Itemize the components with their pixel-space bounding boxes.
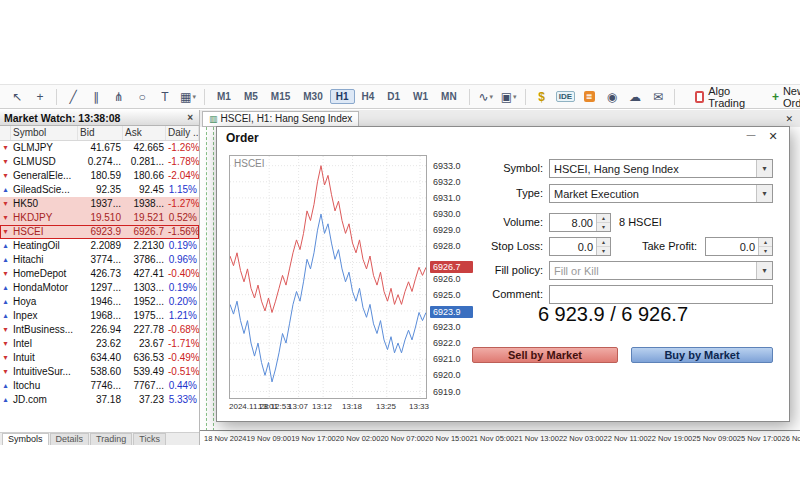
market-watch-row-gileadscie[interactable]: ▴GileadScie...92.3592.451.15% [0, 183, 199, 197]
daily-change: 0.19% [166, 239, 199, 253]
close-icon[interactable]: × [185, 112, 195, 123]
daily-change: 1.21% [166, 309, 199, 323]
tick-chart-time-axis: 2024.11.28 12:5313:0113:0713:1213:1813:2… [229, 402, 425, 414]
fill-policy-select[interactable]: Fill or Kill ▾ [549, 261, 773, 280]
crosshair-icon[interactable]: + [29, 87, 51, 107]
take-profit-spinner[interactable]: ▴▾ [758, 238, 772, 255]
calendar-icon[interactable]: ≣ [578, 87, 600, 107]
ask-value: 636.53 [123, 351, 166, 365]
order-type-select[interactable]: Market Execution ▾ [549, 184, 773, 203]
chevron-down-icon[interactable]: ▾ [756, 185, 772, 202]
market-watch-row-hkdjpy[interactable]: ▾HKDJPY19.51019.5210.52% [0, 211, 199, 225]
daily-change: 5.33% [166, 393, 199, 407]
take-profit-input[interactable]: 0.0 ▴▾ [705, 237, 773, 256]
market-watch-row-jdcom[interactable]: ▴JD.com37.1837.235.33% [0, 393, 199, 407]
tick-time-label: 13:07 [288, 402, 308, 411]
market-watch-row-intel[interactable]: ▾Intel23.6223.67-1.71% [0, 337, 199, 351]
pitchfork-icon[interactable]: ⋔ [108, 87, 130, 107]
chevron-down-icon: ▾ [192, 93, 196, 101]
market-icon[interactable]: $ [531, 87, 553, 107]
new-order-button[interactable]: + New Order [764, 82, 800, 112]
timeframe-m5[interactable]: M5 [238, 89, 264, 104]
market-watch-row-intuitivesur[interactable]: ▾IntuitiveSur...538.60539.49-0.51% [0, 365, 199, 379]
close-icon[interactable]: ✕ [785, 114, 793, 124]
algo-trading-toggle[interactable]: Algo Trading [687, 82, 756, 112]
fill-policy-label: Fill policy: [453, 264, 543, 276]
market-watch-tab-symbols[interactable]: Symbols [2, 433, 49, 445]
order-dialog-titlebar[interactable]: Order [217, 127, 789, 149]
indicators-icon[interactable]: ∿▾ [475, 87, 497, 107]
cursor-icon[interactable]: ↖ [6, 87, 28, 107]
column-header-daily[interactable]: Daily ... [166, 126, 199, 140]
market-watch-tab-trading[interactable]: Trading [90, 433, 132, 445]
ide-icon[interactable]: IDE [554, 87, 577, 107]
text-icon[interactable]: T [154, 87, 176, 107]
market-watch-row-glmjpy[interactable]: ▾GLMJPY41.67542.665-1.26% [0, 141, 199, 155]
close-icon[interactable]: ✕ [765, 130, 781, 143]
market-watch-row-intbusiness[interactable]: ▾IntBusiness...226.94227.78-0.68% [0, 323, 199, 337]
chevron-down-icon[interactable]: ▾ [756, 160, 772, 177]
volume-label: Volume: [453, 216, 543, 228]
market-watch-row-hondamotor[interactable]: ▴HondaMotor1297...1303...0.19% [0, 281, 199, 295]
market-watch-tabs: SymbolsDetailsTradingTicks [0, 432, 199, 445]
sell-by-market-button[interactable]: Sell by Market [472, 347, 618, 363]
market-watch-row-hscei[interactable]: ▾HSCEI6923.96926.7-1.56% [0, 225, 199, 239]
symbol-name: GLMUSD [11, 155, 78, 169]
minimize-icon[interactable]: — [743, 130, 759, 140]
bid-value: 538.60 [78, 365, 123, 379]
market-watch-row-inpex[interactable]: ▴Inpex1968...1975...1.21% [0, 309, 199, 323]
column-header-bid[interactable]: Bid [78, 126, 123, 140]
market-watch-tab-ticks[interactable]: Ticks [133, 433, 166, 445]
market-watch-row-hoya[interactable]: ▴Hoya1946...1952...0.20% [0, 295, 199, 309]
timeframe-w1[interactable]: W1 [407, 89, 434, 104]
time-axis-label: 18 Nov 2024 [204, 434, 247, 443]
timeframe-m30[interactable]: M30 [297, 89, 328, 104]
comment-input[interactable] [549, 285, 773, 304]
column-header-icon[interactable] [0, 126, 11, 140]
tick-down-icon: ▾ [0, 351, 11, 365]
symbol-select[interactable]: HSCEI, Hang Seng Index ▾ [549, 159, 773, 178]
bid-value: 92.35 [78, 183, 123, 197]
timeframe-h1[interactable]: H1 [330, 89, 355, 104]
market-watch-tab-details[interactable]: Details [50, 433, 90, 445]
market-watch-row-heatingoil[interactable]: ▴HeatingOil2.20892.21300.19% [0, 239, 199, 253]
timeframe-m15[interactable]: M15 [265, 89, 296, 104]
timeframe-d1[interactable]: D1 [381, 89, 406, 104]
buy-by-market-button[interactable]: Buy by Market [631, 347, 773, 363]
market-watch-row-itochu[interactable]: ▴Itochu7746...7767...0.44% [0, 379, 199, 393]
column-header-symbol[interactable]: Symbol [11, 126, 78, 140]
volume-input[interactable]: 8.00 ▴▾ [549, 213, 611, 232]
tick-up-icon: ▴ [0, 393, 11, 407]
market-watch-row-generalele[interactable]: ▾GeneralEle...180.59180.66-2.04% [0, 169, 199, 183]
tick-up-icon: ▴ [0, 183, 11, 197]
shapes-icon[interactable]: ○ [131, 87, 153, 107]
timeframe-m1[interactable]: M1 [211, 89, 237, 104]
symbol-name: Intuit [11, 351, 78, 365]
chart-windows-icon[interactable]: ▣▾ [498, 87, 520, 107]
trendline-icon[interactable]: ╱ [62, 87, 84, 107]
chat-icon[interactable]: ✉ [647, 87, 669, 107]
market-watch-row-intuit[interactable]: ▾Intuit634.40636.53-0.49% [0, 351, 199, 365]
market-watch-row-hk50[interactable]: ▾HK501937...1938...-1.27% [0, 197, 199, 211]
tick-chart-plot: HSCEI [229, 155, 427, 399]
ask-value: 1975... [123, 309, 166, 323]
objects-grid-icon[interactable]: ▦▾ [177, 87, 199, 107]
column-header-ask[interactable]: Ask [123, 126, 166, 140]
market-watch-row-glmusd[interactable]: ▾GLMUSD0.274...0.281...-1.78% [0, 155, 199, 169]
tick-down-icon: ▾ [0, 169, 11, 183]
signals-icon[interactable]: ◉ [601, 87, 623, 107]
chart-tab[interactable]: ▥ HSCEI, H1: Hang Seng Index [202, 111, 359, 127]
symbol-name: Hoya [11, 295, 78, 309]
chevron-down-icon[interactable]: ▾ [756, 262, 772, 279]
tick-time-label: 13:01 [258, 402, 278, 411]
volume-spinner[interactable]: ▴▾ [596, 214, 610, 231]
vps-icon[interactable]: ☁ [624, 87, 646, 107]
timeframe-h4[interactable]: H4 [356, 89, 381, 104]
market-watch-row-homedepot[interactable]: ▾HomeDepot426.73427.41-0.40% [0, 267, 199, 281]
channel-icon[interactable]: ∥ [85, 87, 107, 107]
tick-chart-symbol-label: HSCEI [234, 158, 265, 169]
timeframe-mn[interactable]: MN [435, 89, 463, 104]
spin-up-icon: ▴ [597, 214, 610, 223]
symbol-value: HSCEI, Hang Seng Index [550, 163, 756, 175]
market-watch-row-hitachi[interactable]: ▴Hitachi3774...3786...0.96% [0, 253, 199, 267]
